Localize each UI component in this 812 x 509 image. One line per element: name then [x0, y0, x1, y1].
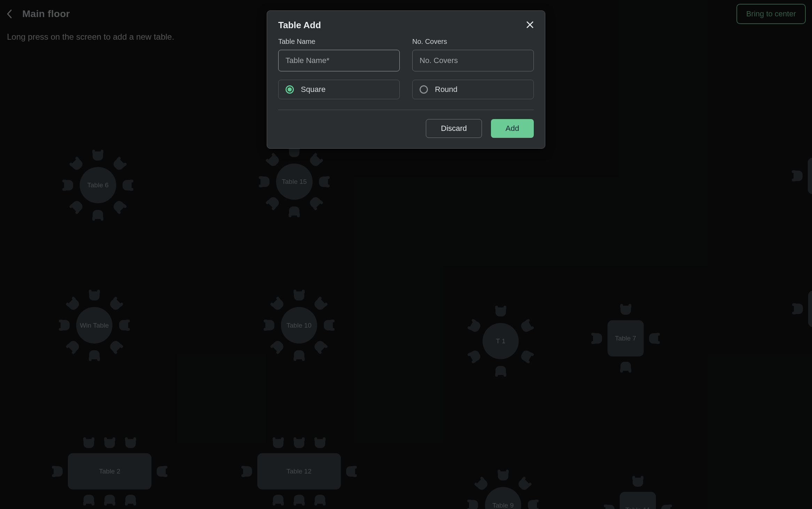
radio-icon: [286, 85, 294, 94]
table-name-input[interactable]: [278, 50, 400, 71]
close-icon: [526, 21, 534, 29]
table-name-label: Table Name: [278, 38, 400, 46]
shape-option-round[interactable]: Round: [412, 80, 534, 99]
close-button[interactable]: [526, 21, 534, 30]
shape-label: Round: [435, 85, 458, 94]
covers-label: No. Covers: [412, 38, 534, 46]
radio-icon: [420, 85, 428, 94]
add-button[interactable]: Add: [491, 119, 534, 138]
shape-option-square[interactable]: Square: [278, 80, 400, 99]
add-table-dialog: Table Add Table Name No. Covers Square R…: [267, 10, 545, 149]
dialog-title: Table Add: [278, 20, 321, 31]
discard-button[interactable]: Discard: [426, 119, 482, 138]
shape-label: Square: [301, 85, 326, 94]
covers-input[interactable]: [412, 50, 534, 71]
divider: [278, 110, 534, 110]
